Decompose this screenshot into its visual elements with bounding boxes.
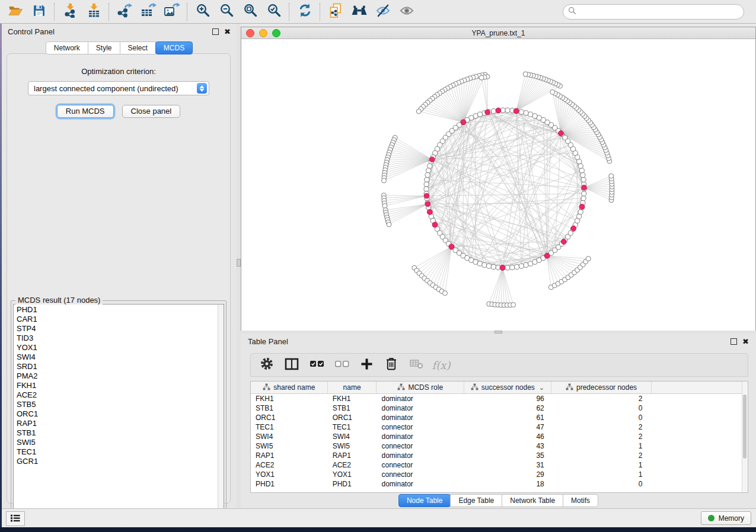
mcds-result-item[interactable]: STB5 bbox=[17, 400, 218, 409]
mcds-result-scrollbar[interactable] bbox=[218, 305, 224, 518]
table-row[interactable]: ACE2ACE2connector311 bbox=[251, 460, 742, 470]
table-scrollbar[interactable] bbox=[742, 382, 748, 492]
status-list-button[interactable] bbox=[6, 511, 25, 526]
column-header-MCDS-role[interactable]: MCDS role bbox=[377, 382, 464, 393]
cell-shared-name: STB1 bbox=[251, 403, 328, 413]
cell-MCDS-role: connector bbox=[377, 470, 465, 479]
first-neighbors-icon bbox=[351, 4, 368, 20]
optimization-criterion-select[interactable]: largest connected component (undirected) bbox=[28, 81, 209, 95]
import-table-button[interactable] bbox=[82, 2, 106, 22]
application-window: Control Panel ✖ NetworkStyleSelectMCDS O… bbox=[0, 0, 756, 527]
table-row[interactable]: FKH1FKH1dominator962 bbox=[251, 394, 742, 403]
open-file-button[interactable] bbox=[4, 2, 27, 22]
cell-predecessor-nodes: 2 bbox=[551, 394, 652, 403]
mcds-result-item[interactable]: CAR1 bbox=[17, 315, 218, 324]
mcds-result-item[interactable]: SWI5 bbox=[17, 438, 218, 447]
search-box[interactable] bbox=[563, 4, 744, 20]
mcds-result-item[interactable]: GCR1 bbox=[17, 457, 218, 466]
close-panel-icon[interactable]: ✖ bbox=[224, 29, 231, 34]
network-window-titlebar[interactable]: YPA_prune.txt_1 bbox=[241, 27, 755, 39]
save-session-button[interactable] bbox=[27, 2, 51, 22]
vertical-splitter-handle[interactable] bbox=[237, 259, 241, 267]
column-header-name[interactable]: name bbox=[328, 382, 377, 393]
cell-filler bbox=[652, 394, 742, 403]
tab-network-table[interactable]: Network Table bbox=[502, 494, 563, 507]
import-network-button[interactable] bbox=[58, 2, 82, 22]
show-all-button[interactable] bbox=[395, 2, 419, 22]
vertical-splitter[interactable] bbox=[237, 24, 241, 508]
refresh-view-button[interactable] bbox=[293, 2, 317, 22]
column-header-shared-name[interactable]: shared name bbox=[251, 382, 328, 393]
memory-button[interactable]: Memory bbox=[701, 511, 751, 525]
select-all-icon bbox=[310, 357, 324, 373]
cell-predecessor-nodes: 2 bbox=[551, 432, 652, 441]
search-input[interactable] bbox=[579, 7, 739, 17]
delete-table-icon bbox=[410, 358, 423, 372]
mcds-result-item[interactable]: RAP1 bbox=[17, 419, 218, 428]
mcds-result-item[interactable]: STB1 bbox=[17, 428, 218, 438]
table-row[interactable]: SWI5SWI5connector431 bbox=[251, 441, 742, 451]
mcds-result-item[interactable]: PMA2 bbox=[17, 371, 218, 381]
tab-edge-table[interactable]: Edge Table bbox=[450, 494, 502, 507]
run-mcds-button[interactable]: Run MCDS bbox=[57, 105, 114, 118]
export-table-button[interactable] bbox=[136, 2, 160, 22]
table-row[interactable]: STB1STB1dominator620 bbox=[251, 403, 742, 413]
network-canvas[interactable] bbox=[241, 39, 755, 331]
table-row[interactable]: PHD1PHD1dominator180 bbox=[251, 479, 742, 489]
export-network-icon bbox=[117, 3, 132, 20]
cell-predecessor-nodes: 1 bbox=[551, 460, 652, 470]
mcds-result-item[interactable]: FKH1 bbox=[17, 381, 218, 390]
mcds-result-item[interactable]: STP4 bbox=[17, 324, 218, 334]
export-network-button[interactable] bbox=[113, 2, 136, 22]
mcds-result-item[interactable]: SWI4 bbox=[17, 352, 218, 362]
cell-filler bbox=[652, 479, 742, 489]
close-table-panel-icon[interactable]: ✖ bbox=[742, 339, 749, 344]
zoom-fit-button[interactable] bbox=[238, 2, 262, 22]
column-header-predecessor-nodes[interactable]: predecessor nodes bbox=[551, 382, 652, 393]
close-panel-button[interactable]: Close panel bbox=[122, 105, 181, 118]
tab-mcds[interactable]: MCDS bbox=[155, 41, 193, 55]
mcds-result-item[interactable]: SRD1 bbox=[17, 362, 218, 371]
table-row[interactable]: YOX1YOX1connector291 bbox=[251, 470, 742, 479]
table-row[interactable]: TEC1TEC1connector472 bbox=[251, 422, 742, 432]
column-header-successor-nodes[interactable]: successor nodes⌄ bbox=[464, 382, 551, 393]
tab-select[interactable]: Select bbox=[120, 41, 156, 55]
table-row[interactable]: RAP1RAP1dominator352 bbox=[251, 451, 742, 460]
export-image-button[interactable] bbox=[160, 2, 184, 22]
tab-style[interactable]: Style bbox=[88, 41, 120, 55]
export-image-icon bbox=[164, 3, 180, 20]
table-scrollbar-thumb[interactable] bbox=[743, 395, 747, 459]
zoom-in-button[interactable] bbox=[191, 2, 215, 22]
split-panel-button[interactable] bbox=[280, 355, 303, 374]
mcds-result-item[interactable]: TID3 bbox=[17, 334, 218, 343]
toolbar-separator bbox=[187, 3, 188, 21]
tab-network[interactable]: Network bbox=[46, 41, 88, 55]
mcds-result-item[interactable]: TEC1 bbox=[17, 447, 218, 457]
toolbar-icon-groups bbox=[4, 2, 419, 22]
mcds-result-list[interactable]: PHD1CAR1STP4TID3YOX1SWI4SRD1PMA2FKH1ACE2… bbox=[13, 304, 224, 518]
deselect-all-button[interactable] bbox=[330, 355, 353, 374]
node-table[interactable]: shared namenameMCDS rolesuccessor nodes⌄… bbox=[250, 381, 748, 493]
clone-network-button[interactable] bbox=[324, 2, 347, 22]
add-entry-button[interactable] bbox=[355, 355, 378, 374]
cell-MCDS-role: dominator bbox=[377, 432, 465, 441]
table-settings-gear-button[interactable] bbox=[256, 355, 278, 374]
mcds-result-item[interactable]: ORC1 bbox=[17, 409, 218, 419]
first-neighbors-button[interactable] bbox=[347, 2, 371, 22]
mcds-result-item[interactable]: YOX1 bbox=[17, 343, 218, 352]
cell-successor-nodes: 47 bbox=[464, 422, 551, 432]
hide-selected-button[interactable] bbox=[371, 2, 395, 22]
tab-node-table[interactable]: Node Table bbox=[398, 494, 451, 507]
mcds-result-item[interactable]: ACE2 bbox=[17, 390, 218, 400]
delete-entry-button[interactable] bbox=[380, 355, 403, 374]
table-row[interactable]: ORC1ORC1dominator610 bbox=[251, 413, 742, 422]
float-table-panel-icon[interactable] bbox=[731, 338, 737, 345]
tab-motifs[interactable]: Motifs bbox=[563, 494, 598, 507]
zoom-out-button[interactable] bbox=[215, 2, 238, 22]
zoom-selected-button[interactable] bbox=[262, 2, 286, 22]
table-row[interactable]: SWI4SWI4dominator462 bbox=[251, 432, 742, 441]
cell-MCDS-role: connector bbox=[377, 422, 465, 432]
select-all-button[interactable] bbox=[305, 355, 328, 374]
mcds-result-item[interactable]: PHD1 bbox=[17, 305, 218, 315]
float-panel-icon[interactable] bbox=[212, 28, 219, 35]
